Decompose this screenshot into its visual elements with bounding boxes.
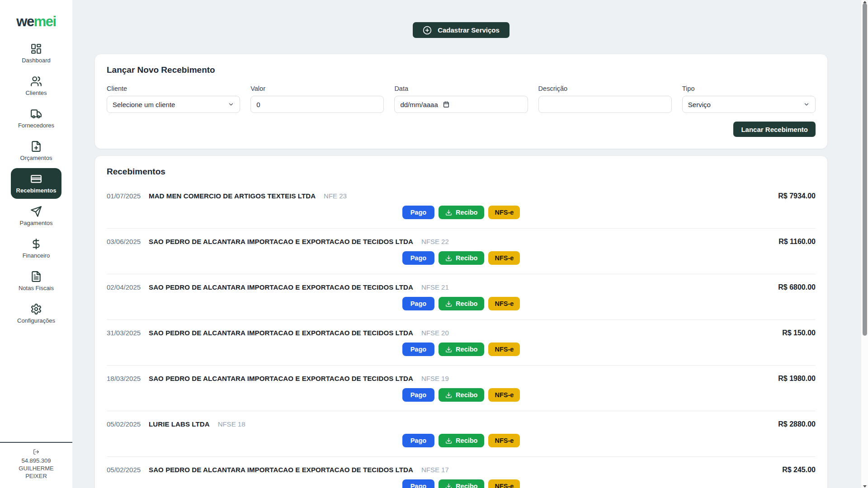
sidebar-item-or-amentos[interactable]: Orçamentos [11,136,61,166]
sidebar-item-fornecedores[interactable]: Fornecedores [11,103,61,134]
logout-button[interactable] [4,449,69,455]
row-invoice-ref: NFE 23 [324,192,347,200]
pago-button[interactable]: Pago [402,434,434,447]
sidebar-item-clientes[interactable]: Clientes [11,70,61,101]
nfse-button[interactable]: NFS-e [488,251,520,265]
data-label: Data [394,85,528,92]
row-info-line: 05/02/2025LURIE LABS LTDANFSE 18R$ 2880.… [107,420,816,428]
cliente-selected-value: Selecione um cliente [113,101,175,108]
recebimento-row: 02/04/2025SAO PEDRO DE ALCANTARA IMPORTA… [107,274,816,320]
recebimentos-title: Recebimentos [107,167,816,177]
row-actions: PagoReciboNFS-e [107,479,816,488]
gear-icon [30,303,42,315]
pago-button[interactable]: Pago [402,297,434,310]
row-client-name: SAO PEDRO DE ALCANTARA IMPORTACAO E EXPO… [149,329,413,337]
sidebar-item-label: Orçamentos [20,155,52,161]
nfse-button[interactable]: NFS-e [488,434,520,447]
pago-button[interactable]: Pago [402,343,434,356]
row-invoice-ref: NFSE 22 [421,238,449,245]
logo-part-we: we [16,14,33,29]
row-invoice-ref: NFSE 18 [218,420,245,428]
descricao-input[interactable] [538,96,672,113]
recebimento-row: 31/03/2025SAO PEDRO DE ALCANTARA IMPORTA… [107,320,816,366]
row-actions: PagoReciboNFS-e [107,297,816,310]
row-date: 01/07/2025 [107,192,141,200]
nfse-button[interactable]: NFS-e [488,388,520,402]
row-date: 03/06/2025 [107,238,141,245]
row-info-line: 31/03/2025SAO PEDRO DE ALCANTARA IMPORTA… [107,329,816,337]
nfse-button[interactable]: NFS-e [488,479,520,488]
row-client-name: SAO PEDRO DE ALCANTARA IMPORTACAO E EXPO… [149,238,413,245]
submit-row: Lancar Recebimento [107,122,816,137]
tipo-select[interactable]: Serviço [682,96,816,113]
nfse-button[interactable]: NFS-e [488,206,520,219]
row-amount: R$ 6800.00 [778,283,816,291]
valor-label: Valor [250,85,384,92]
row-actions: PagoReciboNFS-e [107,388,816,402]
row-amount: R$ 245.00 [782,466,816,474]
sidebar-item-recebimentos[interactable]: Recebimentos [11,168,61,199]
calendar-icon[interactable] [443,101,450,108]
field-cliente: Cliente Selecione um cliente [107,85,240,113]
scrollbar-thumb[interactable] [863,3,867,336]
sidebar-item-dashboard[interactable]: Dashboard [11,38,61,69]
download-icon [445,437,452,444]
recebimento-row: 01/07/2025MAD MEN COMERCIO DE ARTIGOS TE… [107,183,816,229]
pago-button[interactable]: Pago [402,388,434,402]
nfse-button[interactable]: NFS-e [488,297,520,310]
dashboard-icon [30,43,42,55]
logo-part-mei: mei [34,14,56,29]
pago-button[interactable]: Pago [402,251,434,265]
recibo-label: Recibo [456,300,477,307]
row-actions: PagoReciboNFS-e [107,251,816,265]
valor-input[interactable] [250,96,384,113]
row-amount: R$ 150.00 [782,329,816,337]
row-info-line: 01/07/2025MAD MEN COMERCIO DE ARTIGOS TE… [107,192,816,200]
recibo-button[interactable]: Recibo [439,434,484,447]
sidebar-item-notas-fiscais[interactable]: Notas Fiscais [11,266,61,296]
sidebar-item-pagamentos[interactable]: Pagamentos [11,201,61,231]
sidebar-item-financeiro[interactable]: Financeiro [11,233,61,264]
nfse-button[interactable]: NFS-e [488,343,520,356]
sidebar-item-configura-es[interactable]: Configurações [11,298,61,329]
send-icon [30,206,42,217]
sidebar-item-label: Pagamentos [20,220,53,226]
tipo-selected-value: Serviço [688,101,711,108]
recibo-button[interactable]: Recibo [439,297,484,310]
recibo-button[interactable]: Recibo [439,479,484,488]
data-input[interactable]: dd/mm/aaaa [394,96,528,113]
download-icon [445,483,452,488]
cadastrar-servicos-button[interactable]: Cadastrar Serviços [413,22,509,38]
field-descricao: Descrição [538,85,672,113]
row-info-line: 05/02/2025SAO PEDRO DE ALCANTARA IMPORTA… [107,466,816,474]
download-icon [445,392,452,399]
row-date: 05/02/2025 [107,420,141,428]
row-info-line: 18/03/2025SAO PEDRO DE ALCANTARA IMPORTA… [107,375,816,383]
recibo-button[interactable]: Recibo [439,343,484,356]
scrollbar-down-arrow[interactable] [861,484,868,488]
chevron-down-icon [803,101,810,108]
row-invoice-ref: NFSE 17 [421,466,449,474]
recibo-button[interactable]: Recibo [439,251,484,265]
row-amount: R$ 1980.00 [778,375,816,383]
wemei-logo[interactable]: wemei [16,14,56,30]
recebimento-row: 18/03/2025SAO PEDRO DE ALCANTARA IMPORTA… [107,366,816,411]
pago-button[interactable]: Pago [402,206,434,219]
pago-button[interactable]: Pago [402,479,434,488]
recebimentos-list: 01/07/2025MAD MEN COMERCIO DE ARTIGOS TE… [107,183,816,488]
row-info-line: 03/06/2025SAO PEDRO DE ALCANTARA IMPORTA… [107,238,816,246]
recibo-label: Recibo [456,346,477,353]
sidebar-nav: DashboardClientesFornecedoresOrçamentosR… [0,38,72,331]
credit-card-icon [30,173,42,185]
recibo-button[interactable]: Recibo [439,206,484,219]
lancar-recebimento-button[interactable]: Lancar Recebimento [733,122,816,137]
cliente-select[interactable]: Selecione um cliente [107,96,240,113]
recibo-button[interactable]: Recibo [439,388,484,402]
vertical-scrollbar[interactable] [861,0,868,488]
row-invoice-ref: NFSE 20 [421,329,449,337]
logout-icon [33,449,39,455]
download-icon [445,255,452,262]
sidebar: wemei DashboardClientesFornecedoresOrçam… [0,0,72,488]
row-client-name: LURIE LABS LTDA [149,420,210,428]
row-date: 18/03/2025 [107,375,141,382]
